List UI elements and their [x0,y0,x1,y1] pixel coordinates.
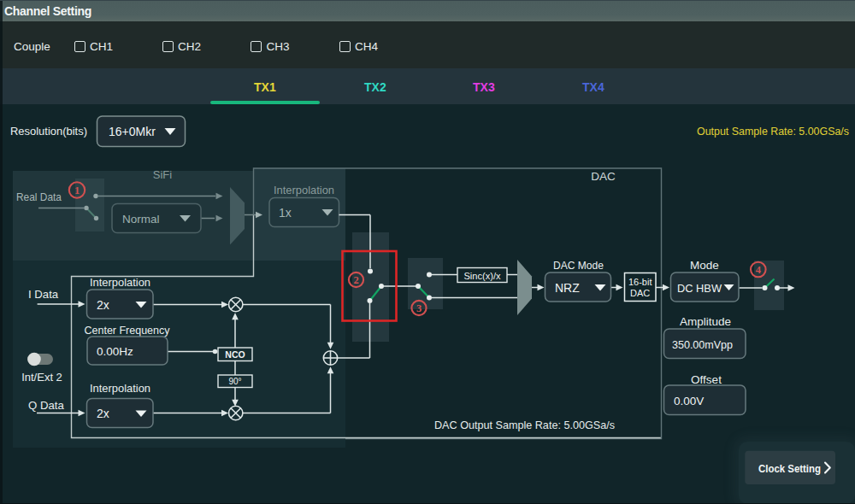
svg-text:Sinc(x)/x: Sinc(x)/x [464,271,502,281]
svg-text:Center Frequency: Center Frequency [85,324,170,337]
svg-text:DAC: DAC [591,170,616,183]
svg-text:I Data: I Data [28,288,59,301]
svg-text:Interpolation: Interpolation [274,184,334,196]
svg-text:Normal: Normal [122,213,160,226]
svg-text:Amplitude: Amplitude [680,315,731,328]
svg-text:1: 1 [74,185,80,196]
svg-text:DAC Mode: DAC Mode [553,259,604,272]
svg-text:3: 3 [416,302,422,314]
svg-text:NRZ: NRZ [555,281,580,295]
svg-text:Interpolation: Interpolation [90,382,150,395]
svg-text:Offset: Offset [691,373,722,386]
svg-text:DAC Output Sample Rate: 5.00GS: DAC Output Sample Rate: 5.00GSa/s [434,419,615,431]
svg-text:DAC: DAC [630,288,650,298]
svg-text:1x: 1x [279,206,292,220]
svg-text:Real Data: Real Data [16,190,62,203]
svg-text:0.00Hz: 0.00Hz [97,345,133,358]
svg-text:2x: 2x [97,298,109,312]
svg-text:Mode: Mode [690,259,719,272]
svg-text:DC HBW: DC HBW [677,282,722,295]
svg-text:16+0Mkr: 16+0Mkr [109,125,156,138]
svg-text:Interpolation: Interpolation [90,276,150,289]
svg-text:Clock Setting: Clock Setting [758,462,821,475]
svg-text:16-bit: 16-bit [628,277,652,287]
svg-text:NCO: NCO [225,349,245,360]
svg-text:4: 4 [756,264,762,276]
svg-text:Int/Ext 2: Int/Ext 2 [21,371,62,384]
svg-text:2: 2 [353,274,358,286]
svg-text:0.00V: 0.00V [674,395,704,407]
svg-text:Resolution(bits): Resolution(bits) [10,125,87,138]
svg-text:2x: 2x [97,407,109,420]
svg-text:90°: 90° [228,377,241,386]
svg-text:Output Sample Rate: 5.00GSa/s: Output Sample Rate: 5.00GSa/s [697,126,849,138]
svg-text:SiFi: SiFi [153,168,173,181]
svg-text:Q Data: Q Data [28,399,64,412]
svg-text:350.00mVpp: 350.00mVpp [672,338,733,351]
